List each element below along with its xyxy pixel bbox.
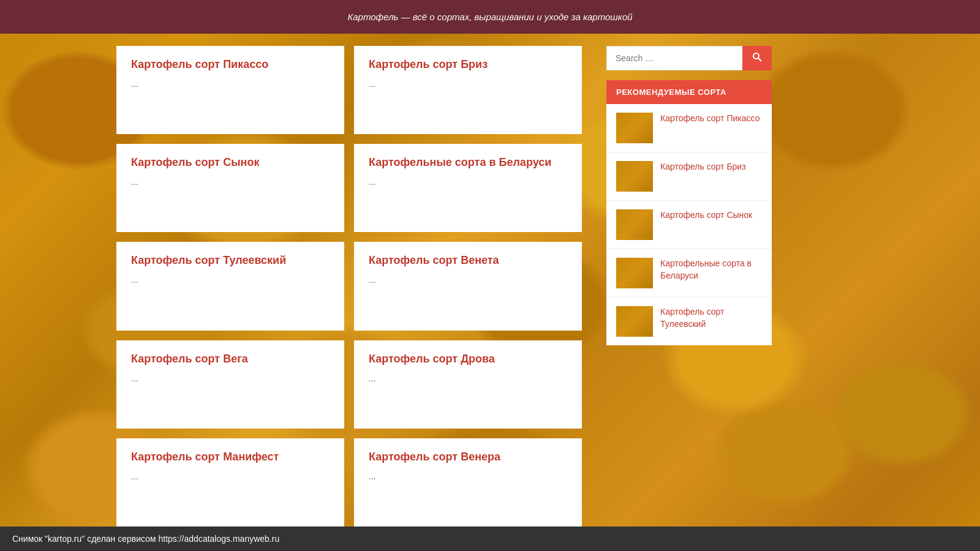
site-title: Картофель — всё о сортах, выращивании и … — [347, 12, 632, 22]
card-4[interactable]: Картофельные сорта в Беларуси ... — [354, 144, 582, 232]
search-input[interactable] — [606, 46, 742, 70]
rec-thumbnail — [616, 161, 653, 192]
card-title[interactable]: Картофель сорт Бриз — [369, 58, 567, 71]
card-excerpt: ... — [131, 79, 138, 89]
recommended-item-3[interactable]: Картофель сорт Сынок — [606, 201, 772, 249]
card-title[interactable]: Картофель сорт Сынок — [131, 156, 330, 169]
recommended-item-1[interactable]: Картофель сорт Пикассо — [606, 104, 772, 152]
rec-thumbnail — [616, 209, 653, 240]
footer-text: Снимок "kartop.ru" сделан сервисом https… — [12, 534, 279, 544]
rec-item-title[interactable]: Картофельные сорта в Беларуси — [660, 258, 762, 282]
content-grid: Картофель сорт Пикассо ... Картофель сор… — [116, 46, 582, 527]
card-title[interactable]: Картофель сорт Пикассо — [131, 58, 330, 71]
card-excerpt: ... — [369, 275, 376, 285]
sidebar: РЕКОМЕНДУЕМЫЕ СОРТА Картофель сорт Пикас… — [606, 46, 772, 527]
search-button[interactable] — [742, 46, 772, 70]
card-title[interactable]: Картофель сорт Дрова — [369, 353, 567, 365]
card-10[interactable]: Картофель сорт Венера ... — [354, 438, 582, 527]
svg-point-0 — [753, 53, 759, 59]
recommended-item-5[interactable]: Картофель сорт Тулеевский — [606, 298, 772, 345]
card-excerpt: ... — [369, 79, 376, 89]
card-2[interactable]: Картофель сорт Бриз ... — [354, 46, 582, 134]
card-7[interactable]: Картофель сорт Вега ... — [116, 340, 344, 429]
recommended-item-4[interactable]: Картофельные сорта в Беларуси — [606, 249, 772, 298]
rec-item-title[interactable]: Картофель сорт Пикассо — [660, 113, 760, 125]
card-title[interactable]: Картофель сорт Манифест — [131, 451, 330, 463]
card-title[interactable]: Картофельные сорта в Беларуси — [369, 156, 567, 169]
card-1[interactable]: Картофель сорт Пикассо ... — [116, 46, 344, 134]
rec-item-title[interactable]: Картофель сорт Бриз — [660, 161, 746, 173]
search-box — [606, 46, 772, 70]
footer-bar: Снимок "kartop.ru" сделан сервисом https… — [0, 527, 980, 551]
card-3[interactable]: Картофель сорт Сынок ... — [116, 144, 344, 232]
rec-item-title[interactable]: Картофель сорт Сынок — [660, 209, 752, 222]
card-title[interactable]: Картофель сорт Тулеевский — [131, 254, 330, 267]
rec-item-title[interactable]: Картофель сорт Тулеевский — [660, 306, 762, 330]
recommended-item-2[interactable]: Картофель сорт Бриз — [606, 152, 772, 201]
card-excerpt: ... — [131, 275, 138, 285]
rec-thumbnail — [616, 113, 653, 143]
card-excerpt: ... — [369, 471, 376, 481]
rec-thumbnail — [616, 258, 653, 288]
svg-line-1 — [758, 58, 761, 61]
rec-thumbnail — [616, 306, 653, 337]
card-title[interactable]: Картофель сорт Вега — [131, 353, 330, 365]
card-8[interactable]: Картофель сорт Дрова ... — [354, 340, 582, 429]
card-title[interactable]: Картофель сорт Венета — [369, 254, 567, 267]
card-excerpt: ... — [131, 373, 138, 383]
search-icon — [752, 52, 762, 62]
card-excerpt: ... — [131, 177, 138, 187]
card-6[interactable]: Картофель сорт Венета ... — [354, 242, 582, 330]
card-9[interactable]: Картофель сорт Манифест ... — [116, 438, 344, 527]
card-5[interactable]: Картофель сорт Тулеевский ... — [116, 242, 344, 330]
recommended-header: РЕКОМЕНДУЕМЫЕ СОРТА — [606, 80, 772, 104]
card-excerpt: ... — [131, 471, 138, 481]
site-header: Картофель — всё о сортах, выращивании и … — [0, 0, 980, 34]
card-excerpt: ... — [369, 177, 376, 187]
card-excerpt: ... — [369, 373, 376, 383]
main-container: Картофель сорт Пикассо ... Картофель сор… — [0, 34, 980, 527]
card-title[interactable]: Картофель сорт Венера — [369, 451, 567, 463]
recommended-box: РЕКОМЕНДУЕМЫЕ СОРТА Картофель сорт Пикас… — [606, 80, 772, 345]
recommended-list: Картофель сорт Пикассо Картофель сорт Бр… — [606, 104, 772, 345]
